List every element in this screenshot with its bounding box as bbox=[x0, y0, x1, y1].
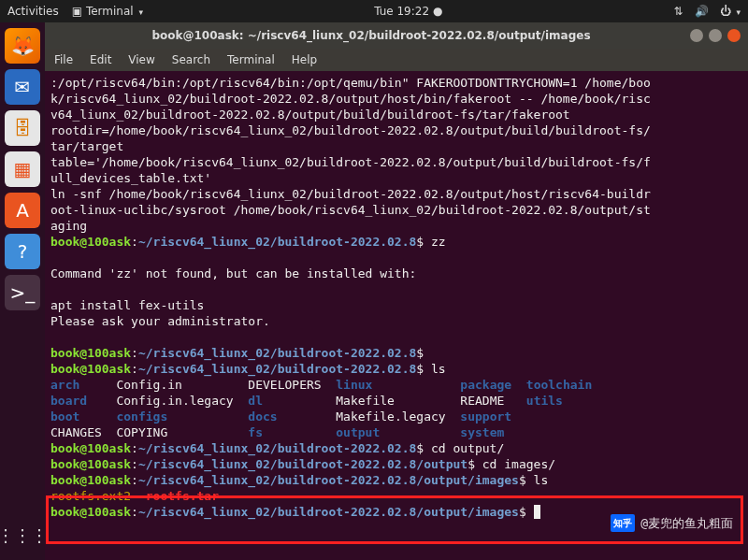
network-icon[interactable]: ⇅ bbox=[674, 5, 683, 18]
menu-search[interactable]: Search bbox=[172, 53, 210, 66]
menu-view[interactable]: View bbox=[128, 53, 154, 66]
thunderbird-icon[interactable]: ✉ bbox=[5, 69, 40, 105]
menu-file[interactable]: File bbox=[54, 53, 73, 66]
minimize-button[interactable] bbox=[690, 29, 703, 42]
close-button[interactable] bbox=[727, 29, 741, 42]
terminal-window: book@100ask: ~/riscv64_liunx_02/buildroo… bbox=[45, 22, 748, 560]
ubuntu-software-icon[interactable]: A bbox=[5, 193, 40, 228]
firefox-icon[interactable]: 🦊 bbox=[5, 28, 40, 64]
window-title: book@100ask: ~/riscv64_liunx_02/buildroo… bbox=[52, 29, 690, 42]
menu-terminal[interactable]: Terminal bbox=[227, 53, 275, 66]
files-icon[interactable]: 🗄 bbox=[5, 110, 40, 146]
watermark: 知乎@麦兜的鱼丸粗面 bbox=[611, 514, 733, 532]
clock[interactable]: Tue 19:22 ● bbox=[143, 5, 674, 18]
power-icon[interactable]: ⏻ ▾ bbox=[720, 5, 741, 18]
menu-edit[interactable]: Edit bbox=[90, 53, 111, 66]
zhihu-logo-icon: 知乎 bbox=[611, 514, 635, 532]
terminal-icon[interactable]: >_ bbox=[5, 275, 40, 310]
volume-icon[interactable]: 🔊 bbox=[695, 5, 709, 18]
gnome-topbar: Activities ▣ Terminal ▾ Tue 19:22 ● ⇅ 🔊 … bbox=[0, 0, 748, 22]
menu-help[interactable]: Help bbox=[292, 53, 317, 66]
menubar: File Edit View Search Terminal Help bbox=[45, 49, 748, 71]
dock: 🦊 ✉ 🗄 ▦ A ? >_ ⋮⋮⋮ bbox=[0, 22, 45, 560]
software-icon[interactable]: ▦ bbox=[5, 151, 40, 187]
help-icon[interactable]: ? bbox=[5, 234, 40, 269]
show-apps-icon[interactable]: ⋮⋮⋮ bbox=[5, 517, 40, 553]
app-menu[interactable]: ▣ Terminal ▾ bbox=[72, 5, 143, 18]
terminal-content[interactable]: :/opt/riscv64/bin:/opt/riscv64/bin:/opt/… bbox=[45, 71, 748, 560]
activities-button[interactable]: Activities bbox=[7, 5, 59, 18]
maximize-button[interactable] bbox=[709, 29, 722, 42]
titlebar[interactable]: book@100ask: ~/riscv64_liunx_02/buildroo… bbox=[45, 22, 748, 49]
